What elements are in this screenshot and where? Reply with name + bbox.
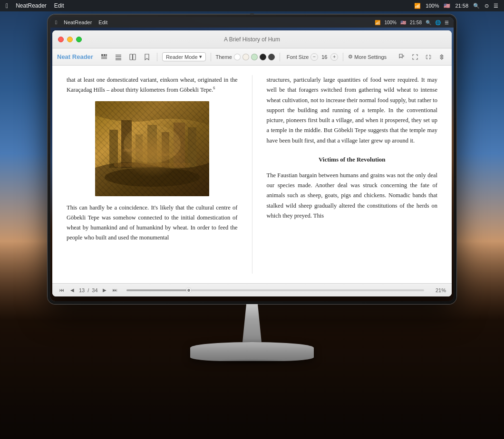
monitor-base (190, 342, 314, 361)
edit-menu-item[interactable]: Edit (54, 2, 64, 9)
page-navigation: ⏮ ◀ 13 / 34 ▶ ⏭ (58, 286, 119, 294)
svg-rect-2 (106, 54, 107, 56)
theme-white-button[interactable] (234, 54, 241, 60)
chapter-heading: Victims of the Revolution (267, 154, 438, 165)
screen-wifi-icon: 📶 (375, 20, 380, 25)
svg-rect-10 (130, 54, 133, 60)
progress-thumb[interactable] (186, 288, 191, 293)
page-total-label: 34 (92, 287, 97, 293)
svg-rect-18 (147, 125, 157, 168)
battery-label: 100% (426, 3, 439, 9)
toolbar-arrows-icon[interactable] (436, 52, 447, 62)
font-size-decrease-button[interactable]: − (310, 53, 318, 61)
font-size-label: Font Size (287, 54, 309, 60)
toolbar-bookmark-icon[interactable] (142, 52, 152, 62)
window-title: A Brief History of Hum (224, 36, 280, 43)
more-settings-button[interactable]: ⚙ More Settings (348, 54, 387, 60)
theme-sepia-button[interactable] (242, 54, 249, 60)
svg-rect-3 (101, 57, 107, 57)
toolbar-grid-icon[interactable] (99, 52, 109, 62)
page-separator: / (87, 287, 89, 293)
window-minimize-button[interactable] (67, 37, 73, 42)
font-size-increase-button[interactable]: + (330, 53, 338, 61)
control-center-icon[interactable]: ⊙ (485, 3, 489, 9)
screen-menu-icon[interactable]: ☰ (445, 20, 449, 25)
screen-edit-item[interactable]: Edit (98, 19, 107, 25)
reader-mode-dropdown[interactable]: Reader Mode ▾ (162, 52, 206, 61)
screen-search-icon[interactable]: 🔍 (426, 20, 431, 25)
svg-rect-21 (188, 127, 196, 168)
toolbar-expand-icon[interactable] (410, 52, 420, 62)
theme-section: Theme (216, 54, 275, 60)
svg-rect-19 (162, 132, 169, 168)
nav-next-button[interactable]: ▶ (101, 286, 108, 294)
screen-menu-bar:  NeatReader Edit 📶 100% 🇺🇸 21:58 🔍 🌐 ☰ (50, 17, 454, 28)
svg-rect-20 (174, 123, 185, 168)
site-image-svg (95, 101, 209, 196)
status-bar: ⏮ ◀ 13 / 34 ▶ ⏭ 21% (52, 283, 452, 296)
toolbar-layout-icon[interactable] (127, 52, 138, 62)
nav-last-button[interactable]: ⏭ (111, 286, 119, 294)
screen-globe-icon[interactable]: 🌐 (435, 20, 441, 25)
monitor-screen:  NeatReader Edit 📶 100% 🇺🇸 21:58 🔍 🌐 ☰ (50, 17, 454, 301)
screen-menu-right: 📶 100% 🇺🇸 21:58 🔍 🌐 ☰ (375, 20, 449, 25)
footnote-ref: 6 (213, 86, 215, 90)
toolbar-sep-3 (280, 53, 280, 61)
app-toolbar: Neat Reader (52, 48, 452, 66)
progress-fill (126, 289, 189, 291)
toolbar-collapse-icon[interactable] (423, 52, 434, 62)
theme-darkgray-button[interactable] (268, 54, 275, 60)
page-current-label: 13 (79, 287, 85, 293)
screen-apple-icon:  (55, 19, 57, 25)
app-name-label: NeatReader (16, 2, 47, 9)
svg-rect-15 (109, 130, 118, 168)
window-close-button[interactable] (58, 37, 64, 42)
svg-rect-7 (116, 56, 121, 57)
menu-icon[interactable]: ☰ (494, 3, 498, 9)
progress-track[interactable] (126, 289, 424, 291)
svg-rect-9 (116, 59, 121, 60)
archaeological-image (95, 101, 209, 196)
font-size-section: Font Size − 16 + (287, 53, 338, 61)
right-reading-column: structures, particularly large quantitie… (267, 75, 438, 274)
svg-rect-8 (116, 58, 121, 59)
screen-flag-icon: 🇺🇸 (400, 20, 406, 25)
svg-point-22 (105, 168, 200, 187)
svg-rect-6 (116, 55, 121, 56)
window-maximize-button[interactable] (76, 37, 82, 42)
svg-rect-11 (133, 54, 136, 60)
toolbar-list-icon[interactable] (113, 52, 124, 62)
nav-prev-button[interactable]: ◀ (68, 286, 76, 294)
menu-bar-left:  NeatReader Edit (6, 2, 64, 10)
monitor-neck (233, 304, 271, 342)
monitor-bezel:  NeatReader Edit 📶 100% 🇺🇸 21:58 🔍 🌐 ☰ (48, 14, 456, 304)
svg-rect-4 (101, 57, 107, 58)
reader-mode-label: Reader Mode (166, 54, 198, 60)
nav-first-button[interactable]: ⏮ (58, 286, 66, 294)
flag-icon: 🇺🇸 (444, 3, 450, 9)
svg-point-26 (124, 125, 181, 163)
search-icon[interactable]: 🔍 (473, 3, 480, 9)
reader-mode-arrow: ▾ (199, 54, 202, 60)
app-window: A Brief History of Hum Neat Reader (52, 30, 452, 296)
left-paragraph-2: This can hardly be a coincidence. It's l… (67, 203, 238, 243)
reading-content-area: that at least one domesticated variant, … (52, 66, 452, 283)
clock-label: 21:58 (455, 3, 468, 9)
toolbar-brand: Neat Reader (57, 53, 93, 60)
left-paragraph-1: that at least one domesticated variant, … (67, 75, 238, 95)
theme-green-button[interactable] (251, 54, 258, 60)
theme-label: Theme (216, 54, 232, 60)
toolbar-sep-1 (157, 53, 157, 61)
theme-dark-button[interactable] (260, 54, 266, 60)
svg-rect-14 (95, 101, 209, 196)
screen-battery-label: 100% (384, 20, 397, 25)
toolbar-right-controls (397, 52, 447, 62)
monitor-wrapper:  NeatReader Edit 📶 100% 🇺🇸 21:58 🔍 🌐 ☰ (48, 14, 456, 361)
toolbar-sep-4 (343, 53, 343, 61)
progress-percent-label: 21% (432, 287, 446, 293)
menu-bar-right: 📶 100% 🇺🇸 21:58 🔍 ⊙ ☰ (414, 3, 498, 9)
svg-rect-16 (121, 120, 132, 168)
svg-rect-1 (104, 54, 106, 56)
svg-rect-23 (114, 163, 190, 167)
toolbar-bookmark-list-icon[interactable] (397, 52, 407, 62)
